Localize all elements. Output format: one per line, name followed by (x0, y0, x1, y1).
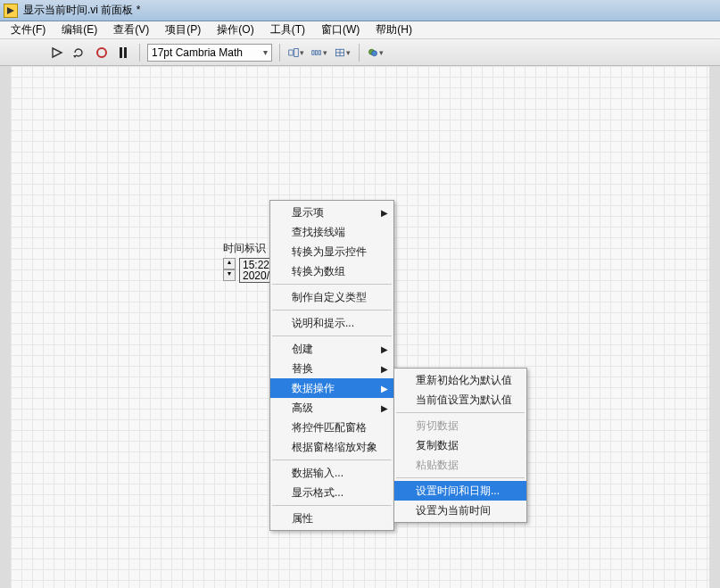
spin-buttons[interactable]: ▴ ▾ (223, 258, 236, 281)
chevron-down-icon: ▾ (346, 48, 351, 57)
chevron-down-icon: ▾ (323, 48, 327, 57)
titlebar: 显示当前时间.vi 前面板 * (0, 0, 720, 21)
font-selector-text: 17pt Cambria Math (152, 46, 243, 59)
menu-project[interactable]: 项目(P) (158, 21, 208, 39)
menu-separator (272, 310, 392, 311)
menu-item[interactable]: 创建▶ (270, 339, 393, 359)
run-continuous-button[interactable] (70, 44, 87, 62)
svg-rect-3 (289, 50, 294, 55)
svg-marker-0 (7, 7, 14, 14)
menu-item[interactable]: 属性 (270, 509, 393, 528)
menu-separator (272, 284, 392, 285)
font-selector[interactable]: 17pt Cambria Math ▾ (147, 44, 272, 62)
svg-rect-6 (316, 50, 318, 54)
svg-point-12 (372, 50, 377, 55)
menu-operate[interactable]: 操作(O) (210, 21, 261, 39)
menu-item[interactable]: 复制数据 (394, 435, 526, 455)
svg-marker-1 (53, 48, 62, 57)
menu-window[interactable]: 窗口(W) (314, 21, 367, 39)
chevron-down-icon: ▾ (379, 48, 384, 57)
menu-separator (272, 460, 392, 460)
svg-marker-2 (73, 55, 77, 58)
menu-item[interactable]: 高级▶ (270, 398, 393, 418)
menubar: 文件(F) 编辑(E) 查看(V) 项目(P) 操作(O) 工具(T) 窗口(W… (0, 21, 720, 39)
vertical-scrollbar[interactable] (709, 66, 720, 588)
menu-item[interactable]: 转换为数组 (270, 261, 393, 281)
context-submenu-data-operations: 重新初始化为默认值当前值设置为默认值剪切数据复制数据粘贴数据设置时间和日期...… (393, 368, 527, 523)
align-tool[interactable]: ▾ (287, 44, 305, 62)
resize-tool[interactable]: ▾ (334, 44, 352, 62)
menu-item[interactable]: 转换为显示控件 (270, 242, 393, 261)
spin-down[interactable]: ▾ (223, 269, 236, 281)
menu-item[interactable]: 数据操作▶ (270, 378, 393, 398)
submenu-arrow-icon: ▶ (381, 384, 388, 393)
toolbar: 17pt Cambria Math ▾ ▾ ▾ ▾ ▾ (0, 39, 720, 66)
app-icon (4, 4, 18, 18)
menu-item[interactable]: 数据输入... (270, 463, 393, 483)
distribute-tool[interactable]: ▾ (310, 44, 328, 62)
menu-item[interactable]: 显示项▶ (270, 203, 393, 222)
menu-item: 剪切数据 (394, 416, 526, 435)
menu-file[interactable]: 文件(F) (4, 21, 53, 39)
menu-separator (272, 505, 392, 506)
menu-item[interactable]: 设置时间和日期... (394, 481, 526, 501)
menu-item[interactable]: 重新初始化为默认值 (394, 370, 526, 390)
submenu-arrow-icon: ▶ (381, 403, 388, 413)
submenu-arrow-icon: ▶ (381, 208, 388, 218)
chevron-down-icon: ▾ (263, 47, 268, 57)
menu-item[interactable]: 显示格式... (270, 483, 393, 502)
menu-item[interactable]: 根据窗格缩放对象 (270, 437, 393, 457)
svg-rect-4 (294, 48, 299, 56)
submenu-arrow-icon: ▶ (381, 344, 388, 354)
menu-item: 粘贴数据 (394, 455, 526, 475)
menu-separator (396, 477, 525, 478)
menu-edit[interactable]: 编辑(E) (54, 21, 104, 39)
window-title: 显示当前时间.vi 前面板 * (23, 3, 140, 18)
menu-item[interactable]: 说明和提示... (270, 313, 393, 333)
menu-help[interactable]: 帮助(H) (368, 21, 419, 39)
menu-view[interactable]: 查看(V) (106, 21, 156, 39)
menu-item[interactable]: 设置为当前时间 (394, 501, 526, 520)
menu-item[interactable]: 查找接线端 (270, 222, 393, 242)
spin-up[interactable]: ▴ (223, 258, 236, 269)
svg-rect-7 (319, 50, 320, 54)
menu-separator (272, 335, 392, 336)
run-button[interactable] (48, 44, 66, 62)
menu-separator (396, 412, 525, 413)
submenu-arrow-icon: ▶ (381, 364, 388, 374)
menu-item[interactable]: 制作自定义类型 (270, 287, 393, 307)
menu-item[interactable]: 替换▶ (270, 359, 393, 378)
chevron-down-icon: ▾ (300, 48, 304, 57)
pause-button[interactable] (114, 44, 132, 62)
context-menu: 显示项▶查找接线端转换为显示控件转换为数组制作自定义类型说明和提示...创建▶替… (269, 200, 394, 531)
menu-item[interactable]: 将控件匹配窗格 (270, 418, 393, 437)
abort-button[interactable] (93, 44, 111, 62)
menu-tools[interactable]: 工具(T) (263, 21, 312, 39)
reorder-tool[interactable]: ▾ (367, 44, 385, 62)
svg-rect-5 (312, 50, 314, 54)
menu-item[interactable]: 当前值设置为默认值 (394, 390, 526, 410)
